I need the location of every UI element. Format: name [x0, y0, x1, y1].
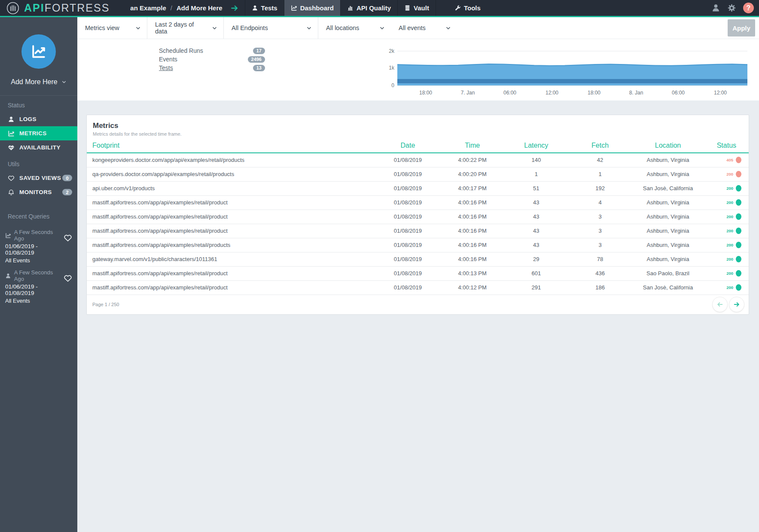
cell-location: Ashburn, Virginia: [631, 238, 704, 252]
recent-query-range: 01/06/2019 - 01/08/2019: [5, 283, 60, 296]
recent-query-item[interactable]: A Few Seconds Ago01/06/2019 - 01/08/2019…: [0, 264, 77, 304]
sidebar-item-logs[interactable]: LOGS: [0, 112, 77, 126]
fortress-logo-icon: [6, 1, 20, 15]
table-row[interactable]: api.uber.com/v1/products01/08/20194:00:1…: [87, 181, 749, 195]
status-badge: 200: [705, 171, 748, 177]
column-header-fetch[interactable]: Fetch: [569, 138, 631, 153]
filter-select-value: Metrics view: [85, 24, 119, 31]
brand-wordmark: APIFORTRESS: [24, 2, 110, 14]
column-header-latency[interactable]: Latency: [504, 138, 569, 153]
pagination-buttons: [712, 297, 744, 312]
recent-query-ago-label: A Few Seconds Ago: [14, 229, 60, 242]
svg-text:12:00: 12:00: [714, 90, 727, 96]
sidebar-item-metrics[interactable]: METRICS: [0, 126, 77, 140]
recent-query-item[interactable]: A Few Seconds Ago01/06/2019 - 01/08/2019…: [0, 223, 77, 264]
status-code: 200: [726, 186, 733, 191]
cell-latency: 601: [504, 266, 569, 280]
column-header-footprint[interactable]: Footprint: [87, 138, 375, 153]
status-dot-icon: [736, 256, 741, 262]
cell-date: 01/08/2019: [375, 153, 441, 167]
recent-query-time: A Few Seconds Ago: [5, 229, 60, 242]
overview-section: Scheduled Runs17Events2496Tests13 2k1k01…: [77, 39, 759, 100]
column-header-time[interactable]: Time: [441, 138, 503, 153]
tab-label: Tests: [261, 4, 277, 12]
cell-location: San Josè, California: [631, 280, 704, 295]
filter-select-all-events[interactable]: All events: [391, 17, 457, 39]
top-navbar: APIFORTRESS an Example / Add More Here T…: [0, 0, 759, 17]
sidebar-item-saved-views[interactable]: SAVED VIEWS0: [0, 171, 77, 185]
cell-latency: 43: [504, 210, 569, 224]
svg-text:06:00: 06:00: [503, 90, 516, 96]
bell-icon: [8, 189, 15, 196]
tab-dashboard[interactable]: Dashboard: [284, 0, 341, 16]
help-icon[interactable]: ?: [743, 3, 754, 13]
sidebar-item-monitors[interactable]: MONITORS2: [0, 185, 77, 199]
recent-query-ago-label: A Few Seconds Ago: [14, 269, 60, 282]
project-avatar-button[interactable]: [21, 34, 56, 69]
cell-status: 200: [704, 210, 749, 224]
status-code: 200: [726, 200, 733, 205]
table-row[interactable]: mastiff.apifortress.com/app/api/examples…: [87, 224, 749, 238]
cell-location: Ashburn, Virginia: [631, 167, 704, 181]
status-badge: 200: [705, 228, 748, 234]
settings-gear-icon[interactable]: [727, 3, 736, 12]
breadcrumb-project[interactable]: an Example: [130, 4, 166, 12]
filter-select-all-locations[interactable]: All locations: [318, 17, 391, 39]
sidebar-item-label: LOGS: [19, 116, 37, 122]
tab-tests[interactable]: Tests: [245, 0, 284, 16]
prev-page-button[interactable]: [712, 297, 728, 312]
favorite-heart-icon[interactable]: [64, 234, 72, 242]
tab-tools[interactable]: Tools: [448, 0, 487, 16]
table-row[interactable]: mastiff.apifortress.com/app/api/examples…: [87, 195, 749, 210]
chevron-down-icon: [212, 25, 217, 31]
favorite-heart-icon[interactable]: [64, 274, 72, 283]
column-header-status[interactable]: Status: [704, 138, 749, 153]
status-dot-icon: [736, 242, 741, 248]
panel-subtitle: Metrics details for the selected time fr…: [93, 131, 743, 137]
table-row[interactable]: kongeeproviders.doctor.com/app/api/examp…: [87, 153, 749, 167]
table-row[interactable]: gateway.marvel.com/v1/public/characters/…: [87, 252, 749, 266]
column-header-location[interactable]: Location: [631, 138, 704, 153]
table-row[interactable]: qa-providers.doctor.com/app/api/examples…: [87, 167, 749, 181]
stat-count-badge: 2496: [248, 56, 265, 63]
tab-label: Tools: [464, 4, 481, 12]
status-code: 200: [726, 228, 733, 233]
sidebar-item-label: METRICS: [19, 130, 47, 137]
brand-logo[interactable]: APIFORTRESS: [0, 1, 110, 15]
filter-select-last-2-days-of-data[interactable]: Last 2 days of data: [147, 17, 224, 39]
cell-footprint: api.uber.com/v1/products: [87, 181, 375, 195]
cell-footprint: gateway.marvel.com/v1/public/characters/…: [87, 252, 375, 266]
cell-time: 4:00:16 PM: [441, 195, 503, 210]
database-icon: [404, 5, 411, 11]
apply-button[interactable]: Apply: [728, 19, 755, 36]
project-selector[interactable]: Add More Here: [11, 78, 67, 86]
sidebar: Add More Here StatusLOGSMETRICSAVAILABIL…: [0, 17, 77, 532]
account-user-icon[interactable]: [711, 3, 720, 12]
sidebar-item-badge: 2: [62, 189, 72, 195]
filter-select-metrics-view[interactable]: Metrics view: [77, 17, 147, 39]
table-row[interactable]: mastiff.apifortress.com/app/api/examples…: [87, 280, 749, 295]
stats-summary: Scheduled Runs17Events2496Tests13: [159, 46, 265, 72]
cell-fetch: 78: [569, 252, 631, 266]
tab-vault[interactable]: Vault: [398, 0, 436, 16]
status-code: 200: [726, 271, 733, 276]
cell-status: 200: [704, 252, 749, 266]
brand-fortress: FORTRESS: [45, 2, 110, 14]
cell-fetch: 3: [569, 210, 631, 224]
sidebar-item-availability[interactable]: AVAILABILITY: [0, 140, 77, 155]
table-row[interactable]: mastiff.apifortress.com/app/api/examples…: [87, 238, 749, 252]
recent-query-range: 01/06/2019 - 01/08/2019: [5, 243, 60, 256]
filter-select-all-endpoints[interactable]: All Endpoints: [224, 17, 318, 39]
table-row[interactable]: mastiff.apifortress.com/app/api/examples…: [87, 210, 749, 224]
recent-query-item[interactable]: 8 Minutes Ago01/06/2019 - 01/08/2019All …: [0, 304, 77, 306]
table-row[interactable]: mastiff.apifortress.com/app/api/examples…: [87, 266, 749, 280]
events-area-chart-svg: 2k1k018:007. Jan06:0012:0018:008. Jan06:…: [384, 46, 750, 96]
arrow-right-icon[interactable]: [230, 4, 239, 12]
tab-api-quality[interactable]: API Quality: [341, 0, 398, 16]
cell-date: 01/08/2019: [375, 167, 441, 181]
stat-label[interactable]: Tests: [159, 64, 173, 71]
column-header-date[interactable]: Date: [375, 138, 441, 153]
next-page-button[interactable]: [729, 297, 744, 312]
breadcrumb-page[interactable]: Add More Here: [177, 4, 223, 12]
recent-query-time: A Few Seconds Ago: [5, 269, 60, 282]
